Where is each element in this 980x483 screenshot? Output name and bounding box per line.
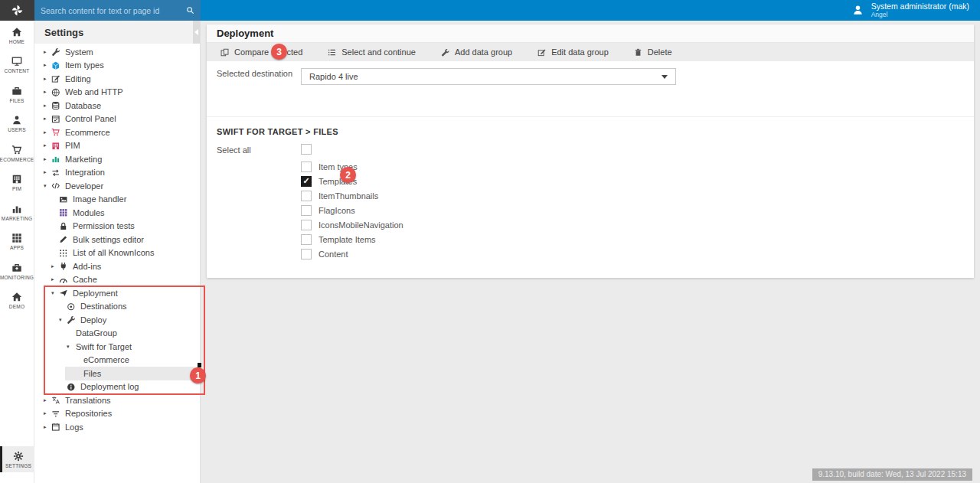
delete-button[interactable]: Delete (634, 47, 672, 57)
checkbox-item-types[interactable] (301, 162, 312, 172)
sidebar-item-marketing[interactable]: MARKETING (0, 197, 34, 227)
tree-item-control-panel[interactable]: ▸ Control Panel (34, 113, 200, 126)
chevron-expanded-icon[interactable]: ▾ (44, 183, 51, 189)
tree-item-label: Permission tests (73, 221, 135, 230)
tree-item-system[interactable]: ▸ System (34, 45, 200, 59)
tree-item-item-types[interactable]: ▸ Item types (34, 59, 200, 73)
tree-item-deployment[interactable]: ▾ Deployment (34, 286, 200, 300)
checkbox-templates[interactable]: ✓ (301, 176, 312, 187)
tree-item-marketing[interactable]: ▸ Marketing (34, 152, 200, 166)
tree-item-files[interactable]: Files (34, 367, 200, 380)
tree-item-deploy[interactable]: ▾ Deploy (34, 313, 200, 327)
tree-item-cache[interactable]: ▸ Cache (34, 273, 200, 287)
briefcase-icon (11, 86, 22, 96)
chevron-collapsed-icon[interactable]: ▸ (44, 116, 51, 122)
chevron-expanded-icon[interactable]: ▾ (59, 317, 67, 323)
tree-item-add-ins[interactable]: ▸ Add-ins (34, 259, 200, 273)
code-icon (51, 181, 64, 191)
tree-item-database[interactable]: ▸ Database (34, 99, 200, 113)
tree-item-editing[interactable]: ▸ Editing (34, 72, 200, 86)
checkbox-content[interactable] (301, 249, 312, 259)
add-data-group-button[interactable]: Add data group (441, 47, 512, 57)
tree-item-developer[interactable]: ▾ Developer (34, 179, 200, 193)
tree-item-bulk-settings-editor[interactable]: Bulk settings editor (34, 233, 200, 246)
tree-item-image-handler[interactable]: Image handler (34, 193, 200, 207)
chevron-collapsed-icon[interactable]: ▸ (44, 62, 51, 68)
chevron-collapsed-icon[interactable]: ▸ (51, 263, 59, 269)
sidebar-item-content[interactable]: CONTENT (0, 51, 34, 80)
chevron-collapsed-icon[interactable]: ▸ (44, 142, 51, 148)
tree-item-modules[interactable]: Modules (34, 206, 200, 220)
chevron-collapsed-icon[interactable]: ▸ (44, 89, 51, 95)
tree-item-label: Swift for Target (76, 342, 132, 351)
chevron-collapsed-icon[interactable]: ▸ (44, 156, 51, 162)
search-input[interactable] (41, 6, 186, 15)
chevron-collapsed-icon[interactable]: ▸ (44, 103, 51, 109)
chevron-collapsed-icon[interactable]: ▸ (44, 76, 51, 82)
compare-icon (220, 48, 229, 57)
sidebar-item-pim[interactable]: PIM (0, 168, 34, 198)
app-logo[interactable] (0, 0, 34, 21)
user-menu[interactable]: System administrator (mak) Angel (852, 0, 969, 21)
checkbox-itemthumbnails[interactable] (301, 191, 312, 201)
tree-item-web-and-http[interactable]: ▸ Web and HTTP (34, 86, 200, 100)
tree-item-destinations[interactable]: Destinations (34, 300, 200, 314)
tree-item-ecommerce[interactable]: eCommerce (34, 354, 200, 367)
toolbar-button-label: Delete (648, 47, 672, 57)
checkbox-label: Template Items (318, 235, 376, 244)
sidebar-item-label: HOME (9, 39, 24, 44)
chevron-expanded-icon[interactable]: ▾ (51, 290, 59, 296)
sidebar-item-files[interactable]: FILES (0, 80, 34, 109)
destination-select[interactable]: Rapido 4 live (301, 68, 676, 85)
tree-item-integration[interactable]: ▸ Integration (34, 166, 200, 180)
tree-item-label: Repositories (65, 409, 112, 418)
checkbox-iconsmobilenavigation[interactable] (301, 220, 312, 230)
tree-item-ecommerce[interactable]: ▸ Ecommerce (34, 126, 200, 139)
sidebar-item-monitoring[interactable]: MONITORING (0, 256, 34, 286)
global-search (34, 0, 201, 21)
version-info: 9.13.10, build date: Wed, 13 Jul 2022 15… (812, 468, 972, 481)
tree-item-label: Cache (73, 275, 97, 284)
compare-selected-button[interactable]: Compare selected (220, 47, 302, 57)
select-and-continue-button[interactable]: Select and continue (328, 47, 416, 57)
tree-item-label: Developer (65, 181, 103, 191)
sidebar-item-home[interactable]: HOME (0, 21, 34, 51)
tree-item-logs[interactable]: ▸ Logs (34, 420, 200, 434)
chevron-collapsed-icon[interactable]: ▸ (44, 129, 51, 135)
chevron-collapsed-icon[interactable]: ▸ (44, 397, 51, 403)
checkbox-label: Content (318, 250, 348, 259)
chevron-collapsed-icon[interactable]: ▸ (44, 169, 51, 175)
sidebar-item-demo[interactable]: DEMO (0, 286, 34, 316)
chart-icon (51, 155, 64, 164)
chevron-collapsed-icon[interactable]: ▸ (51, 276, 59, 282)
tree-item-deployment-log[interactable]: Deployment log (34, 380, 200, 394)
chevron-expanded-icon[interactable]: ▾ (67, 344, 74, 350)
tree-item-swift-for-target[interactable]: ▾ Swift for Target (34, 340, 200, 354)
pencil-icon (59, 235, 71, 244)
sidebar-item-ecommerce[interactable]: ECOMMERCE (0, 139, 34, 168)
chevron-collapsed-icon[interactable]: ▸ (44, 49, 51, 55)
chevron-collapsed-icon[interactable]: ▸ (44, 424, 51, 430)
sidebar-item-label: CONTENT (5, 68, 30, 73)
chevron-collapsed-icon[interactable]: ▸ (44, 410, 51, 416)
tree-item-permission-tests[interactable]: Permission tests (34, 220, 200, 233)
tree-item-pim[interactable]: ▸ PIM (34, 139, 200, 153)
sidebar-item-apps[interactable]: APPS (0, 227, 34, 257)
sidebar-item-settings[interactable]: SETTINGS (0, 446, 34, 472)
checkbox-template-items[interactable] (301, 234, 312, 245)
tree-item-repositories[interactable]: ▸ Repositories (34, 407, 200, 421)
sidebar-item-label: MARKETING (2, 216, 32, 221)
panel-collapse-handle[interactable] (193, 21, 200, 44)
tree-item-label: System (65, 47, 93, 57)
edit-data-group-button[interactable]: Edit data group (537, 47, 609, 57)
sidebar-item-users[interactable]: USERS (0, 109, 34, 139)
select-all-checkbox[interactable] (301, 144, 312, 155)
sidebar-item-label: MONITORING (0, 275, 34, 280)
checkbox-flagicons[interactable] (301, 205, 312, 216)
medbag-icon (11, 263, 22, 273)
tree-item-list-of-all-knownicons[interactable]: List of all KnownIcons (34, 246, 200, 260)
checkbox-row-iconsmobilenavigation: IconsMobileNavigation (301, 217, 403, 232)
search-icon[interactable] (186, 6, 194, 15)
tree-item-datagroup[interactable]: DataGroup (34, 327, 200, 341)
tree-item-translations[interactable]: ▸ Translations (34, 393, 200, 407)
